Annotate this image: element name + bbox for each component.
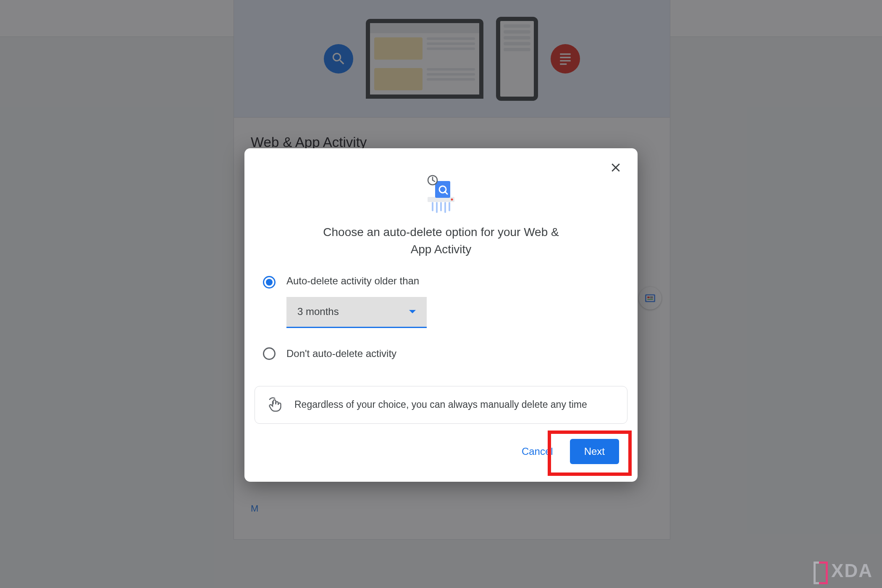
svg-point-20 bbox=[451, 199, 453, 201]
modal-overlay: Choose an auto-delete option for your We… bbox=[0, 0, 882, 588]
info-note: Regardless of your choice, you can alway… bbox=[255, 386, 627, 424]
svg-rect-9 bbox=[435, 181, 450, 198]
next-button[interactable]: Next bbox=[570, 439, 619, 464]
option-auto-delete-label: Auto-delete activity older than bbox=[286, 275, 427, 287]
shredder-icon bbox=[420, 173, 462, 215]
radio-auto-delete[interactable] bbox=[263, 276, 276, 289]
auto-delete-dialog: Choose an auto-delete option for your We… bbox=[244, 148, 638, 481]
info-text: Regardless of your choice, you can alway… bbox=[294, 399, 587, 410]
option-no-delete-label: Don't auto-delete activity bbox=[286, 348, 396, 360]
radio-no-delete[interactable] bbox=[263, 347, 276, 360]
cancel-button[interactable]: Cancel bbox=[514, 441, 561, 462]
close-icon bbox=[609, 161, 622, 174]
dropdown-value: 3 months bbox=[297, 306, 339, 318]
duration-dropdown[interactable]: 3 months bbox=[286, 297, 427, 328]
dialog-title: Choose an auto-delete option for your We… bbox=[315, 224, 567, 258]
dialog-actions: Cancel Next bbox=[244, 424, 638, 472]
xda-watermark: XDA bbox=[814, 560, 873, 581]
option-no-delete[interactable]: Don't auto-delete activity bbox=[244, 347, 638, 360]
tap-icon bbox=[268, 397, 283, 412]
watermark-text: XDA bbox=[831, 560, 873, 581]
close-button[interactable] bbox=[606, 158, 626, 178]
option-auto-delete[interactable]: Auto-delete activity older than 3 months bbox=[244, 275, 638, 328]
chevron-down-icon bbox=[409, 310, 416, 313]
